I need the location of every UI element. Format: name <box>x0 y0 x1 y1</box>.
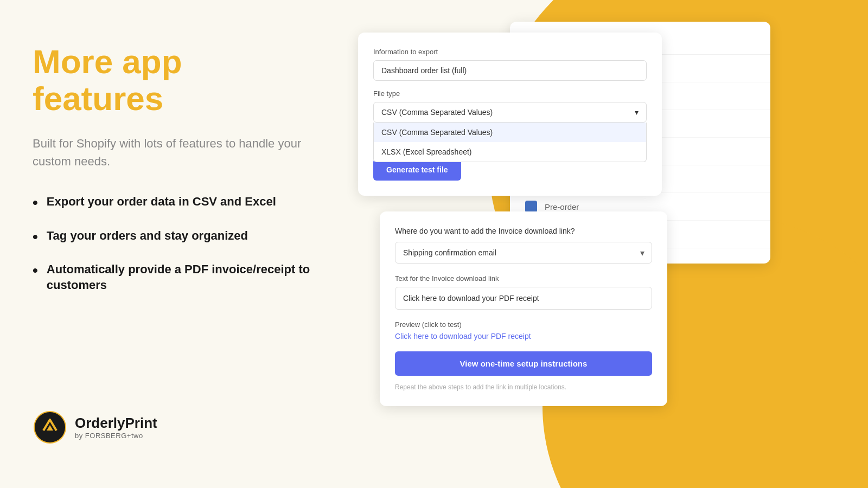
brand-logo-icon <box>33 410 67 445</box>
invoice-select[interactable]: Shipping confirmation email <box>395 242 652 264</box>
brand-sub: by FORSBERG+two <box>75 432 157 440</box>
headline: More appfeatures <box>33 43 326 117</box>
feature-item-1: Export your order data in CSV and Excel <box>33 194 326 213</box>
features-list: Export your order data in CSV and Excel … <box>33 194 326 293</box>
export-card: Information to export File type CSV (Com… <box>358 33 662 196</box>
repeat-note: Repeat the above steps to add the link i… <box>395 383 652 391</box>
option-csv[interactable]: CSV (Comma Separated Values) <box>374 123 646 142</box>
feature-item-2: Tag your orders and stay organized <box>33 228 326 247</box>
invoice-card: Where do you want to add the Invoice dow… <box>380 211 667 406</box>
info-label: Information to export <box>373 48 647 56</box>
invoice-text-label: Text for the Invoice download link <box>395 274 652 282</box>
main-content: More appfeatures Built for Shopify with … <box>33 43 326 308</box>
dropdown-options: CSV (Comma Separated Values) XLSX (Excel… <box>373 123 647 162</box>
description: Built for Shopify with lots of features … <box>33 134 315 170</box>
setup-btn[interactable]: View one-time setup instructions <box>395 351 652 376</box>
right-panel: Information to export File type CSV (Com… <box>347 0 868 488</box>
brand-text: OrderlyPrint by FORSBERG+two <box>75 415 157 440</box>
brand-footer: OrderlyPrint by FORSBERG+two <box>33 410 326 445</box>
info-input[interactable] <box>373 60 647 81</box>
chevron-down-icon: ▾ <box>635 108 639 117</box>
invoice-text-input[interactable] <box>395 287 652 310</box>
preview-link[interactable]: Click here to download your PDF receipt <box>395 332 652 341</box>
option-xlsx[interactable]: XLSX (Excel Spreadsheet) <box>374 142 646 162</box>
brand-name: OrderlyPrint <box>75 415 157 432</box>
file-type-label: File type <box>373 89 647 98</box>
tag-color-preorder <box>525 201 537 213</box>
invoice-question: Where do you want to add the Invoice dow… <box>395 227 652 235</box>
invoice-select-wrapper: Shipping confirmation email ▾ <box>395 242 652 264</box>
dropdown-main-value[interactable]: CSV (Comma Separated Values) ▾ <box>373 102 647 123</box>
preview-label: Preview (click to test) <box>395 320 652 329</box>
file-type-dropdown[interactable]: CSV (Comma Separated Values) ▾ CSV (Comm… <box>373 102 647 123</box>
tag-label-preorder: Pre-order <box>545 202 579 211</box>
left-panel: More appfeatures Built for Shopify with … <box>0 0 358 488</box>
feature-item-3: Automatically provide a PDF invoice/rece… <box>33 262 326 293</box>
